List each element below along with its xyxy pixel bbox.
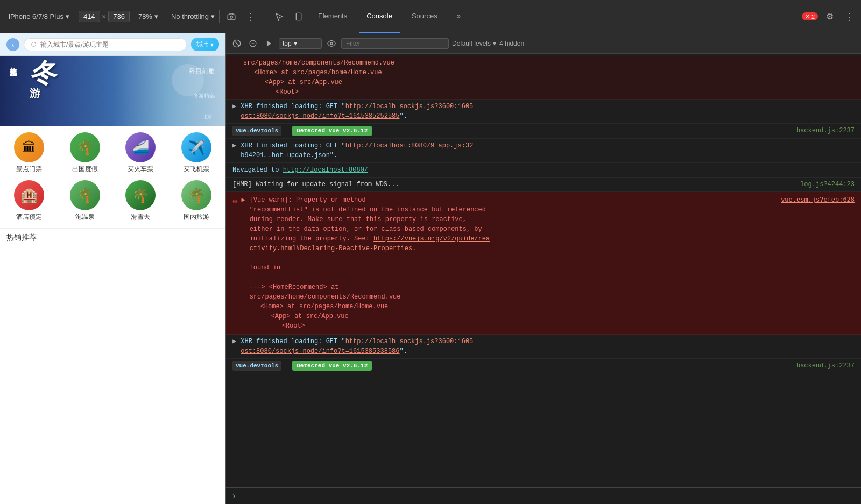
context-selector[interactable]: top ▾ [279,38,322,49]
height-value[interactable]: 736 [108,11,130,22]
warn-text-2: "recommentList" is not defined on the in… [250,205,855,215]
warn-found-in: found in [250,263,855,273]
throttle-selector[interactable]: No throttling ▾ [167,10,220,23]
domestic-icon: 🌴 [181,180,211,210]
vue-devtools-badge: vue-devtools [232,126,281,136]
zoom-selector[interactable]: 78% ▾ [134,10,163,23]
console-output[interactable]: src/pages/home/components/Recommend.vue … [226,54,861,487]
error-badge: ✕ 2 [802,12,818,20]
tab-console[interactable]: Console [359,0,400,33]
mobile-content: ‹ 城市 ▾ 礼藏元旦 冬 [0,33,225,504]
overseas-icon: 🌴 [70,132,100,162]
scenic-icon: 🏛 [14,132,44,162]
warn-link2[interactable]: ctivity.html#Declaring-Reactive-Properti… [250,245,412,252]
device-toggle-button[interactable] [291,9,306,24]
device-selector[interactable]: iPhone 6/7/8 Plus ▾ [4,10,74,23]
banner-left-text: 礼藏元旦 [8,61,18,66]
devtools-header-icons: ✕ 2 ⚙ ⋮ [802,9,857,24]
xhr3-link2[interactable]: ost:8080/sockjs-node/info?t=161538533858… [241,347,399,355]
category-item-flight[interactable]: ✈️ 买飞机票 [172,132,221,174]
warn-path2: <Home> at src/pages/home/Home.vue [250,302,855,311]
category-item-scenic[interactable]: 🏛 景点门票 [4,132,54,174]
svg-rect-2 [296,13,301,20]
default-levels-selector[interactable]: Default levels ▾ [452,40,496,47]
svg-point-11 [330,42,333,45]
log-entry-xhr2: ▶ XHR finished loading: GET "http://loca… [226,139,861,163]
dimension-separator: × [102,12,107,20]
eye-button[interactable] [325,37,338,50]
tab-more[interactable]: » [449,0,468,33]
category-grid: 🏛 景点门票 🌴 出国度假 🚄 买火车票 ✈️ 买飞机票 🏨 [0,126,225,228]
xhr2-link2[interactable]: app.js:32 [439,142,474,150]
capture-screenshot-button[interactable] [224,9,239,24]
tab-sources[interactable]: Sources [404,0,445,33]
warn-arrow: ---> <HomeRecommend> at [250,282,855,292]
xhr-link2[interactable]: ost:8080/sockjs-node/info?t=161538525258… [241,112,399,120]
svg-point-1 [230,16,233,18]
warn-text-4: either in the data option, or for class-… [250,224,855,234]
expand-icon[interactable]: ▶ [232,141,236,151]
log-text: <Root> [232,87,855,97]
zoom-dropdown-icon: ▾ [154,12,158,20]
levels-label: Default levels [452,40,491,47]
category-item-hot-spring[interactable]: 🌴 泡温泉 [60,180,110,222]
scenic-label: 景点门票 [16,165,42,174]
log-entry-vue-badge1: vue-devtools Detected Vue v2.6.12 backen… [226,124,861,139]
expand-warn-icon[interactable]: ▶ [241,195,245,205]
banner: 礼藏元旦 冬 游 科目前雁 冬游精选 北京 [0,56,225,126]
back-button[interactable]: ‹ [6,38,19,51]
device-label: iPhone 6/7/8 Plus [9,12,63,20]
tab-elements[interactable]: Elements [310,0,355,33]
hot-spring-label: 泡温泉 [75,212,95,222]
domestic-label: 国内旅游 [184,212,209,222]
context-value: top [283,40,292,47]
error-icon: ⊗ [232,196,237,208]
preserve-log-button[interactable] [246,37,259,50]
console-input-row: › [226,487,861,504]
console-input[interactable] [239,492,855,500]
filter-input[interactable] [341,38,449,49]
search-input[interactable] [40,41,180,48]
xhr3-text: XHR finished loading: GET "http://localh… [241,337,473,356]
warn-link1[interactable]: https://vuejs.org/v2/guide/rea [373,235,490,243]
category-item-ski[interactable]: 🌴 滑雪去 [116,180,166,222]
mobile-header: ‹ 城市 ▾ [0,33,225,56]
hmr-source: log.js?4244:23 [800,180,855,189]
banner-right-text: 科目前雁 冬游精选 [189,67,215,100]
width-value[interactable]: 414 [79,11,100,22]
search-bar[interactable] [24,38,187,51]
settings-button[interactable]: ⚙ [822,9,837,24]
log-entry-vue-badge2: vue-devtools Detected Vue v2.6.12 backen… [226,359,861,374]
category-item-train[interactable]: 🚄 买火车票 [116,132,166,174]
log-entry-vue-warn: ⊗ ▶ [Vue warn]: Property or method vue.e… [226,192,861,335]
inspect-element-button[interactable] [272,9,287,24]
console-prompt: › [232,491,235,501]
warn-source[interactable]: vue.esm.js?efeb:628 [781,195,855,205]
log-source2: backend.js:2237 [796,361,855,371]
overseas-label: 出国度假 [72,165,98,174]
city-button[interactable]: 城市 ▾ [191,38,219,51]
play-button[interactable] [263,37,276,50]
levels-dropdown-icon: ▾ [493,40,496,47]
expand-icon[interactable]: ▶ [232,337,236,346]
log-text: <App> at src/App.vue [232,77,855,87]
devtools-more-button[interactable]: ⋮ [842,9,857,24]
xhr2-link1[interactable]: http://localhost:8080/9 [345,142,435,150]
more-options-button[interactable]: ⋮ [243,9,258,24]
xhr3-link1[interactable]: http://localh sockjs.js?3600:1605 [345,338,474,345]
log-text: src/pages/home/components/Recommend.vue [232,58,855,68]
category-item-overseas[interactable]: 🌴 出国度假 [60,132,110,174]
xhr-link1[interactable]: http://localh sockjs.js?3600:1605 [345,103,474,110]
flight-icon: ✈️ [181,132,211,162]
log-text: <Home> at src/pages/home/Home.vue [232,68,855,77]
expand-icon[interactable]: ▶ [232,102,236,111]
hotel-label: 酒店预定 [16,212,42,222]
log-entry-xhr1: ▶ XHR finished loading: GET "http://loca… [226,100,861,124]
hotel-icon: 🏨 [14,180,44,210]
close-icon: ✕ [805,13,810,20]
category-item-domestic[interactable]: 🌴 国内旅游 [172,180,221,222]
category-item-hotel[interactable]: 🏨 酒店预定 [4,180,54,222]
nav-link[interactable]: http://localhost:8080/ [283,166,368,174]
mobile-panel: ‹ 城市 ▾ 礼藏元旦 冬 [0,33,226,504]
clear-console-button[interactable] [230,37,243,50]
